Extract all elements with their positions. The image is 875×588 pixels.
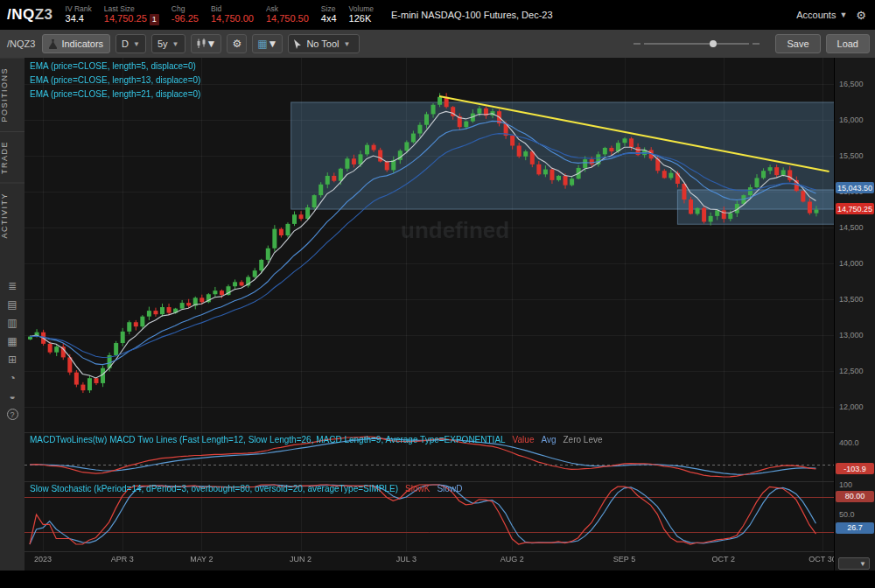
quote-field-label: Volume (349, 4, 374, 13)
quote-field-label: Last Size (104, 4, 159, 13)
time-axis-label: JUL 3 (387, 555, 425, 564)
quote-field-value: 14,750.50 (266, 13, 309, 24)
quote-field-chg: Chg-96.25 (172, 4, 199, 25)
axis-label: 14,000 (839, 259, 864, 268)
community-icon[interactable]: ◒ (0, 387, 24, 405)
left-gadget-sidebar: POSITIONSTRADEACTIVITY≣▤▥▦⊞◔◒? (0, 58, 25, 570)
toolbar-symbol-label: /NQZ3 (7, 38, 35, 49)
quote-field-value: 14,750.00 (211, 13, 254, 24)
apps-icon[interactable]: ⊞ (0, 350, 24, 368)
symbol-ticker[interactable]: /NQZ3 (7, 6, 53, 24)
accounts-label: Accounts (796, 10, 836, 20)
indicators-button[interactable]: Indicators (42, 34, 110, 53)
price-axis[interactable]: ▼ 16,50016,00015,50015,00014,50014,00013… (834, 58, 875, 570)
quote-field-volume: Volume126K (349, 4, 374, 25)
slider-track[interactable] (644, 43, 749, 45)
axis-label: 14,500 (839, 223, 864, 232)
quote-fields: IV Rank34.4Last Size14,750.251Chg-96.25B… (66, 4, 386, 25)
sidebar-tab-trade[interactable]: TRADE (0, 131, 24, 183)
chart-style-dropdown[interactable]: ▦ ▼ (252, 34, 283, 53)
quote-field-value: 34.4 (66, 13, 84, 24)
quote-field-label: Bid (211, 4, 254, 13)
quote-field-ask: Ask14,750.50 (266, 4, 309, 25)
time-axis-label: AUG 2 (493, 555, 531, 564)
slider-handle[interactable] (710, 40, 717, 47)
axis-settings-dropdown[interactable]: ▼ (838, 557, 870, 570)
thinkorswim-window: /NQZ3 IV Rank34.4Last Size14,750.251Chg-… (0, 0, 875, 588)
chart-type-dropdown[interactable]: ▼ (191, 34, 222, 53)
chevron-down-icon: ▼ (839, 10, 847, 19)
chevron-down-icon: ▼ (133, 40, 140, 48)
symbol-month: Z3 (35, 6, 53, 23)
sidebar-tab-activity[interactable]: ACTIVITY (0, 183, 24, 248)
timeframe-dropdown[interactable]: D▼ (116, 34, 146, 53)
stoch-value-badge: 80.00 (836, 491, 874, 502)
axis-label: 400.0 (839, 438, 859, 447)
price-chart-canvas[interactable] (24, 58, 834, 570)
contract-description: E-mini NASDAQ-100 Futures, Dec-23 (391, 10, 553, 20)
axis-label: 50.0 (839, 510, 855, 519)
axis-label: 13,500 (839, 295, 864, 304)
range-dropdown[interactable]: 5y▼ (151, 34, 186, 53)
chart-toolbar: /NQZ3 Indicators D▼ 5y▼ ▼ ⚙ ▦ ▼ No Tool … (0, 30, 875, 59)
quote-field-last-size: Last Size14,750.251 (104, 4, 159, 25)
time-axis-label: APR 3 (103, 555, 142, 564)
quote-field-bid: Bid14,750.00 (211, 4, 254, 25)
chevron-down-icon: ▼ (344, 40, 351, 48)
timeframe-value: D (122, 38, 129, 49)
chevron-down-icon: ▼ (206, 38, 217, 50)
quote-field-label: Ask (266, 4, 309, 13)
axis-label: 100 (839, 480, 852, 489)
quote-bar: /NQZ3 IV Rank34.4Last Size14,750.251Chg-… (0, 0, 875, 30)
cursor-icon (294, 39, 301, 49)
time-axis-label: OCT 2 (704, 555, 743, 564)
window-bottom-strip (0, 570, 875, 588)
range-value: 5y (158, 38, 168, 49)
time-axis-label: MAY 2 (182, 555, 220, 564)
chevron-down-icon: ▼ (859, 560, 866, 568)
tool-label: No Tool (306, 38, 339, 49)
axis-label: 15,500 (839, 151, 864, 160)
sidebar-tab-positions[interactable]: POSITIONS (0, 58, 24, 131)
quote-field-value: -96.25 (172, 13, 199, 24)
axis-label: 16,000 (839, 116, 864, 124)
price-badge: 14,750.25 (836, 203, 874, 214)
chart-settings-button[interactable]: ⚙ (227, 34, 247, 53)
gear-icon: ⚙ (232, 38, 242, 50)
style-grid-icon: ▦ (257, 38, 267, 50)
accounts-dropdown[interactable]: Accounts▼ (796, 10, 847, 20)
zoom-slider[interactable] (630, 43, 763, 45)
chevron-down-icon: ▼ (172, 40, 179, 48)
help-icon[interactable]: ? (0, 405, 24, 424)
quote-field-iv-rank: IV Rank34.4 (66, 4, 92, 25)
axis-label: 13,000 (839, 331, 864, 340)
clock-icon[interactable]: ◔ (0, 368, 24, 387)
save-button[interactable]: Save (775, 34, 820, 53)
ledger-icon[interactable]: ▤ (0, 295, 24, 313)
quote-field-value: 4x4 (321, 13, 337, 24)
axis-label: 12,000 (839, 402, 864, 411)
quote-field-label: Size (321, 4, 337, 13)
time-axis-label: 2023 (24, 555, 62, 564)
time-axis-label: JUN 2 (282, 555, 320, 564)
chart-pane: EMA (price=CLOSE, length=5, displace=0) … (24, 58, 834, 570)
symbol-root: /NQ (7, 6, 35, 23)
price-badge: 15,043.50 (836, 182, 874, 193)
chart-grid-icon[interactable]: ▦ (0, 332, 24, 350)
axis-label: 12,500 (839, 367, 864, 375)
stoch-value-badge: 26.7 (836, 522, 874, 534)
quote-field-value: 126K (349, 13, 372, 24)
load-button[interactable]: Load (826, 34, 870, 53)
quote-field-label: Chg (172, 4, 199, 13)
quote-field-size: Size4x4 (321, 4, 337, 25)
time-axis-label: SEP 5 (606, 555, 644, 564)
drawing-tool-dropdown[interactable]: No Tool ▼ (288, 34, 360, 53)
axis-label: 16,500 (839, 80, 864, 88)
macd-value-badge: -103.9 (836, 463, 874, 474)
orders-icon[interactable]: ▥ (0, 313, 24, 332)
slider-left-tick (634, 43, 640, 45)
settings-gear-icon[interactable]: ⚙ (856, 9, 866, 22)
quote-field-label: IV Rank (66, 4, 92, 13)
quote-field-value: 14,750.25 (104, 13, 147, 24)
monitor-icon[interactable]: ≣ (0, 276, 24, 295)
